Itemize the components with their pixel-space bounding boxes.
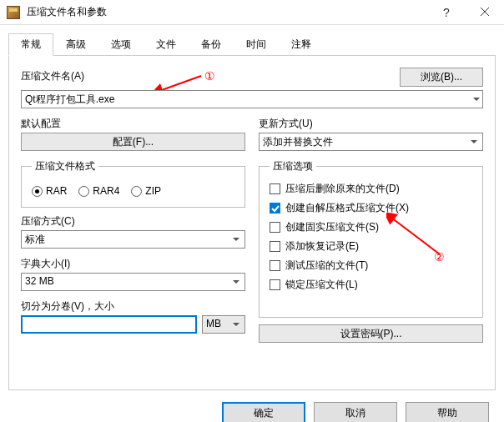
opt-lock[interactable]: 锁定压缩文件(L) [270,278,472,292]
opt-delete-after[interactable]: 压缩后删除原来的文件(D) [270,182,472,196]
checkbox-icon [270,183,280,194]
radio-rar4[interactable]: RAR4 [78,185,119,197]
checkbox-icon [270,222,280,233]
tab-advanced[interactable]: 高级 [53,33,98,56]
checkbox-icon [270,260,280,271]
browse-button[interactable]: 浏览(B)... [400,68,483,87]
comp-method-select[interactable]: 标准 [21,230,245,249]
tab-options[interactable]: 选项 [98,33,144,56]
archive-options-group: 压缩选项 压缩后删除原来的文件(D) 创建自解压格式压缩文件(X) 创建固实压缩… [259,159,483,318]
radio-icon [32,186,43,197]
opt-recovery[interactable]: 添加恢复记录(E) [270,239,472,254]
archive-format-label: 压缩文件格式 [32,159,98,173]
question-icon: ? [443,6,450,19]
radio-rar[interactable]: RAR [32,185,67,197]
help-button[interactable]: 帮助 [406,402,489,422]
opt-solid[interactable]: 创建固实压缩文件(S) [270,220,472,234]
split-size-input[interactable] [21,315,197,334]
checkbox-icon [270,241,280,252]
archive-name-label: 压缩文件名(A) [21,69,84,83]
radio-icon [131,186,142,197]
radio-icon [78,186,89,197]
close-icon [481,7,489,18]
tab-backup[interactable]: 备份 [189,33,234,56]
tab-files[interactable]: 文件 [144,33,189,56]
checkbox-icon [270,203,280,214]
default-profile-label: 默认配置 [21,117,245,131]
help-button[interactable]: ? [427,0,466,25]
ok-button[interactable]: 确定 [222,402,305,422]
opt-test[interactable]: 测试压缩的文件(T) [270,259,472,273]
cancel-button[interactable]: 取消 [314,402,397,422]
tab-panel-general: 压缩文件名(A) 浏览(B)... Qt程序打包工具.exe 默认配置 配置(F… [8,55,496,390]
archive-format-group: 压缩文件格式 RAR RAR4 ZIP [21,159,245,208]
opt-sfx[interactable]: 创建自解压格式压缩文件(X) [270,201,472,215]
split-size-label: 切分为分卷(V)，大小 [21,299,245,314]
titlebar: 压缩文件名和参数 ? [0,0,504,25]
tab-bar: 常规 高级 选项 文件 备份 时间 注释 [0,25,504,56]
dialog-buttons: 确定 取消 帮助 [0,390,504,422]
tab-comment[interactable]: 注释 [279,33,324,56]
tab-time[interactable]: 时间 [234,33,279,56]
close-button[interactable] [466,0,504,25]
checkbox-icon [270,279,280,290]
set-password-button[interactable]: 设置密码(P)... [259,324,483,343]
update-mode-label: 更新方式(U) [259,117,483,131]
window-title: 压缩文件名和参数 [27,5,427,19]
profiles-button[interactable]: 配置(F)... [21,133,245,151]
archive-options-label: 压缩选项 [270,159,316,173]
dict-size-select[interactable]: 32 MB [21,273,245,291]
tab-general[interactable]: 常规 [8,33,53,56]
archive-name-input[interactable]: Qt程序打包工具.exe [21,90,483,108]
comp-method-label: 压缩方式(C) [21,214,245,229]
radio-zip[interactable]: ZIP [131,185,161,197]
update-mode-select[interactable]: 添加并替换文件 [259,133,483,151]
app-icon [7,6,20,19]
split-unit-select[interactable]: MB [202,315,245,334]
dict-size-label: 字典大小(I) [21,257,245,271]
